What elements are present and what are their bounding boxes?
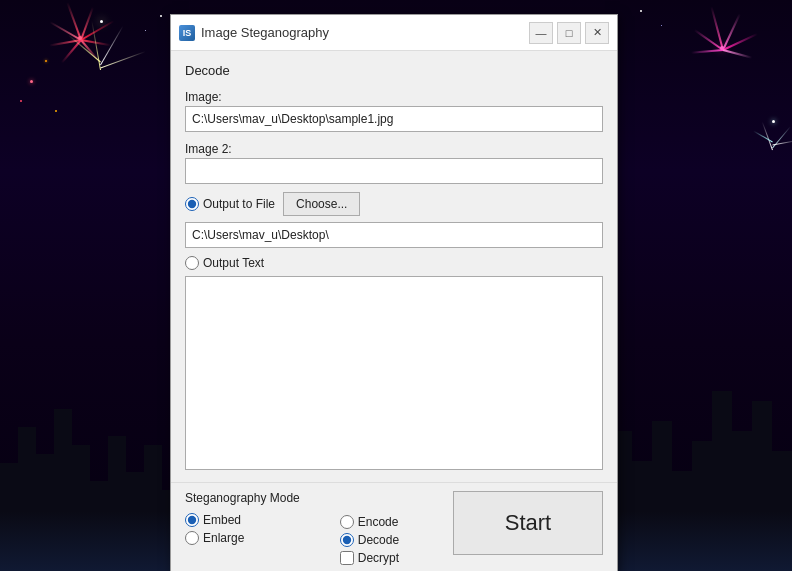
output-text-row: Output Text — [185, 256, 603, 270]
enlarge-radio[interactable] — [185, 531, 199, 545]
output-file-radio[interactable] — [185, 197, 199, 211]
embed-radio-label[interactable]: Embed — [185, 513, 300, 527]
main-content: Decode Image: Image 2: Output to File Ch… — [171, 51, 617, 482]
decode-mode-label: Decode — [358, 533, 399, 547]
output-file-radio-label[interactable]: Output to File — [185, 197, 275, 211]
output-file-label-text: Output to File — [203, 197, 275, 211]
decode-radio-label[interactable]: Decode — [340, 533, 399, 547]
image2-field-group: Image 2: — [185, 138, 603, 184]
close-button[interactable]: ✕ — [585, 22, 609, 44]
image-input[interactable] — [185, 106, 603, 132]
mode-title: Steganography Mode — [185, 491, 300, 505]
image-label: Image: — [185, 90, 603, 104]
output-path-group — [185, 222, 603, 248]
embed-radio[interactable] — [185, 513, 199, 527]
output-text-radio[interactable] — [185, 256, 199, 270]
minimize-button[interactable]: — — [529, 22, 553, 44]
output-path-input[interactable] — [185, 222, 603, 248]
decrypt-checkbox-label[interactable]: Decrypt — [340, 551, 399, 565]
maximize-button[interactable]: □ — [557, 22, 581, 44]
dialog-window: IS Image Steganography — □ ✕ Decode Imag… — [170, 14, 618, 571]
encode-decode-group: Encode Decode Decrypt — [340, 491, 399, 565]
image-field-group: Image: — [185, 86, 603, 132]
encode-radio-label[interactable]: Encode — [340, 515, 399, 529]
decode-label: Decode — [185, 63, 603, 78]
decrypt-label: Decrypt — [358, 551, 399, 565]
output-text-radio-label[interactable]: Output Text — [185, 256, 264, 270]
choose-button[interactable]: Choose... — [283, 192, 360, 216]
enlarge-radio-label[interactable]: Enlarge — [185, 531, 300, 545]
decode-section: Decode — [185, 63, 603, 80]
app-icon: IS — [179, 25, 195, 41]
image2-label: Image 2: — [185, 142, 603, 156]
window-title: Image Steganography — [201, 25, 529, 40]
start-button[interactable]: Start — [453, 491, 603, 555]
output-textarea[interactable] — [185, 276, 603, 470]
bottom-section: Steganography Mode Embed Enlarge Encode — [171, 482, 617, 571]
embed-label: Embed — [203, 513, 241, 527]
image2-input[interactable] — [185, 158, 603, 184]
output-text-label-text: Output Text — [203, 256, 264, 270]
output-file-row: Output to File Choose... — [185, 192, 603, 216]
enlarge-label: Enlarge — [203, 531, 244, 545]
title-bar: IS Image Steganography — □ ✕ — [171, 15, 617, 51]
encode-radio[interactable] — [340, 515, 354, 529]
window-controls: — □ ✕ — [529, 22, 609, 44]
decrypt-checkbox[interactable] — [340, 551, 354, 565]
decode-radio[interactable] — [340, 533, 354, 547]
encode-label: Encode — [358, 515, 399, 529]
mode-group: Steganography Mode Embed Enlarge — [185, 491, 300, 545]
